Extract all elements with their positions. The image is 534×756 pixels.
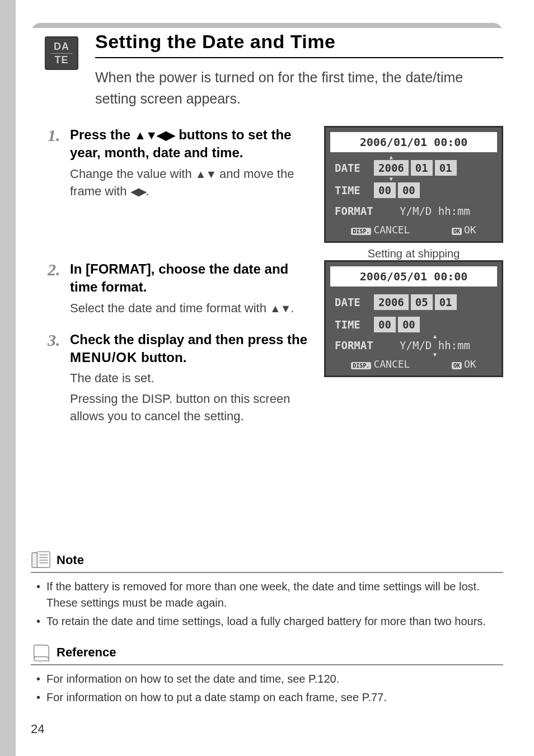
lcd1-month-value: 01 — [411, 160, 433, 176]
lcd2-month-value: 05 — [411, 294, 433, 310]
lcd1-minute-value: 00 — [398, 182, 420, 198]
reference-item: For information on how to set the date a… — [36, 671, 503, 687]
page-title: Setting the Date and Time — [95, 31, 503, 58]
step-2-text-end: . — [291, 301, 294, 315]
lcd2-cancel: DISP.CANCEL — [351, 358, 410, 370]
note-item: If the battery is removed for more than … — [36, 579, 503, 611]
arrow-buttons-icon: ▲▼◀▶ — [134, 127, 175, 143]
step-3-title: Check the display and then press the MEN… — [70, 331, 313, 367]
note-list: If the battery is removed for more than … — [36, 579, 503, 630]
lcd1-format-label: FORMAT — [330, 205, 373, 217]
step-1-text-pre: Change the value with — [70, 167, 195, 181]
lcd1-caption: Setting at shipping — [324, 247, 503, 260]
reference-icon — [31, 643, 52, 662]
step-1-text-end: . — [146, 184, 149, 198]
lcd1-date-label: DATE — [330, 162, 373, 174]
step-number: 3 — [48, 331, 70, 425]
up-down-arrows-icon: ▲▼ — [195, 167, 216, 182]
lcd2-format-label: FORMAT — [330, 339, 373, 351]
ok-tag-icon: OK — [452, 362, 462, 369]
reference-list: For information on how to set the date a… — [36, 671, 503, 706]
reference-section: Reference For information on how to set … — [31, 643, 503, 706]
date-icon: DA TE — [45, 36, 78, 70]
lcd1-cancel-label: CANCEL — [373, 224, 410, 236]
step-1-title-pre: Press the — [70, 127, 134, 142]
date-icon-line2: TE — [54, 54, 68, 66]
lcd1-day-value: 01 — [435, 160, 457, 176]
lcd2-year-value: 2006 — [374, 294, 409, 310]
lcd2-day-value: 01 — [435, 294, 457, 310]
header-section: DA TE Setting the Date and Time When the… — [31, 23, 503, 109]
step-1-title: Press the ▲▼◀▶ buttons to set the year, … — [70, 126, 313, 162]
svg-rect-1 — [37, 552, 50, 567]
lcd1-hour-value: 00 — [374, 182, 396, 198]
note-title: Note — [57, 553, 84, 567]
reference-title: Reference — [57, 645, 116, 660]
lcd2-time-label: TIME — [330, 318, 373, 331]
step-3-text1: The date is set. — [70, 370, 313, 387]
lcd2-minute-value: 00 — [398, 317, 420, 332]
lcd2-cancel-label: CANCEL — [373, 358, 410, 370]
intro-text: When the power is turned on for the firs… — [95, 67, 503, 109]
step-3-title-pre: Check the display and then press the — [70, 332, 307, 347]
step-1-text: Change the value with ▲▼ and move the fr… — [70, 166, 313, 200]
up-down-arrows-icon: ▲▼ — [270, 301, 291, 317]
lcd1-format-value: Y/M/D hh:mm — [373, 205, 497, 217]
lcd1-cancel: DISP.CANCEL — [351, 224, 410, 236]
lcd-screen-2: 2006/05/01 00:00 DATE 2006 05 01 TIME 00… — [324, 260, 503, 377]
disp-tag-icon: DISP. — [351, 228, 371, 235]
lcd2-ok-label: OK — [464, 358, 476, 370]
side-bar — [0, 0, 16, 756]
lcd2-header: 2006/05/01 00:00 — [330, 266, 497, 287]
reference-item: For information on how to put a date sta… — [36, 689, 503, 706]
lcd2-ok: OKOK — [452, 358, 476, 370]
lcd-screen-1: 2006/01/01 00:00 DATE 2006 01 01 TIME 00… — [324, 126, 503, 243]
step-3-title-post: button. — [137, 350, 186, 365]
step-1: 1 Press the ▲▼◀▶ buttons to set the year… — [48, 126, 313, 200]
note-item: To retain the date and time settings, lo… — [36, 613, 503, 630]
lcd2-format-inner: Y/M/D hh:mm — [400, 339, 470, 351]
steps-container: 1 Press the ▲▼◀▶ buttons to set the year… — [48, 126, 503, 439]
lcd1-ok: OKOK — [452, 224, 476, 236]
step-3: 3 Check the display and then press the M… — [48, 331, 313, 425]
lcd1-year-value: 2006 — [374, 160, 409, 176]
date-icon-line1: DA — [54, 41, 69, 53]
step-2: 2 In [FORMAT], choose the date and time … — [48, 260, 313, 317]
page-number: 24 — [31, 722, 44, 736]
step-3-text2: Pressing the DISP. button on this screen… — [70, 391, 313, 425]
left-right-arrows-icon: ◀▶ — [130, 184, 146, 200]
ok-tag-icon: OK — [452, 228, 462, 235]
step-2-text: Select the date and time format with ▲▼. — [70, 300, 313, 317]
lcd1-time-label: TIME — [330, 184, 373, 196]
lcd1-ok-label: OK — [464, 224, 476, 236]
step-2-title: In [FORMAT], choose the date and time fo… — [70, 260, 313, 297]
lcd2-date-label: DATE — [330, 296, 373, 308]
disp-tag-icon: DISP. — [351, 362, 371, 369]
menu-ok-button-label: MENU/OK — [70, 350, 137, 365]
lcd2-hour-value: 00 — [374, 317, 396, 332]
step-number: 1 — [48, 126, 70, 200]
step-2-text-pre: Select the date and time format with — [70, 301, 270, 315]
note-icon — [31, 551, 52, 570]
lcd1-header: 2006/01/01 00:00 — [330, 132, 497, 152]
step-number: 2 — [48, 260, 70, 317]
lcd2-format-value: Y/M/D hh:mm — [373, 339, 497, 351]
note-section: Note If the battery is removed for more … — [31, 551, 503, 630]
